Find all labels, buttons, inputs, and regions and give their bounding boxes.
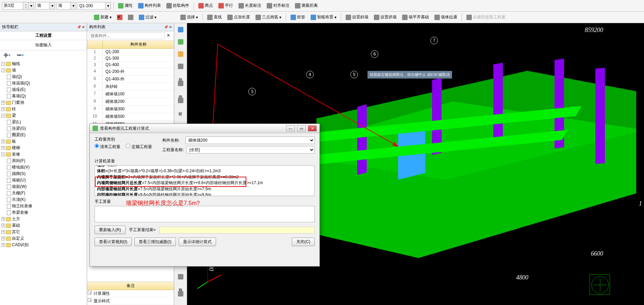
filter-button[interactable]: 过滤▾ <box>137 13 159 21</box>
vtool-2[interactable] <box>176 37 186 47</box>
pick-component-button[interactable]: 拾取构件 <box>164 2 191 10</box>
show-detail-button[interactable]: 显示详细计算式 <box>179 238 216 246</box>
component-row[interactable]: 8砌体墙200 <box>87 98 174 106</box>
qty-name-select[interactable]: [全部] <box>186 146 315 154</box>
tree-add-button[interactable]: ➕▾ <box>1 52 13 59</box>
wall-extend-button[interactable]: 墙体拉通 <box>432 13 459 21</box>
tree-item[interactable]: +CAD识别 <box>1 242 86 248</box>
tree-item[interactable]: +楼梯 <box>1 145 86 151</box>
properties-button[interactable]: 属性 <box>116 2 135 10</box>
tree-item[interactable]: 吊顶(K) <box>1 196 86 203</box>
manual-calc-box[interactable] <box>95 206 315 222</box>
vtool-break[interactable] <box>176 95 186 106</box>
tree-item[interactable]: −装修 <box>1 151 86 158</box>
dialog-titlebar[interactable]: 查看构件图元工程量计算式 — ▭ ✕ <box>90 124 319 133</box>
select-button[interactable]: 选择▾ <box>178 13 200 21</box>
search-clear-button[interactable]: ✕ <box>165 32 172 39</box>
component-row[interactable]: 7砌体墙100 <box>87 91 174 98</box>
arch-wall-button[interactable]: 设置拱墙 <box>372 13 399 21</box>
category-tree[interactable]: −轴线−墙墙(Q)保温墙(Q)墙垛(E)幕墙(Q)+门窗洞+柱−梁梁(L)连梁(… <box>0 60 87 305</box>
tree-item[interactable]: 梁(L) <box>1 119 86 125</box>
tree-item[interactable]: +自定义 <box>1 235 86 242</box>
tree-item[interactable]: −梁 <box>1 112 86 119</box>
component-name-select[interactable]: 砌体墙200 <box>185 137 315 144</box>
list-qty-radio[interactable]: 清单工程量 <box>95 144 120 150</box>
tree-item[interactable]: 天棚(F) <box>1 190 86 196</box>
tree-remove-button[interactable]: ➖▾ <box>15 52 26 59</box>
manual-result-field[interactable] <box>159 227 315 234</box>
tree-item[interactable]: 踢脚(S) <box>1 171 86 177</box>
measure-button[interactable]: 测量距离 <box>293 2 320 10</box>
calc-props-row[interactable]: +计算属性 <box>87 290 174 298</box>
vtool-1[interactable] <box>176 25 186 35</box>
search-input[interactable] <box>89 32 165 39</box>
quota-qty-radio[interactable]: 定额工程量 <box>126 144 152 150</box>
vtool-arc[interactable] <box>176 272 186 282</box>
tree-item[interactable]: +基础 <box>1 222 86 229</box>
tree-item[interactable]: 墙裙(U) <box>1 177 86 183</box>
tree-item[interactable]: +其它 <box>1 229 86 235</box>
align-annotation-button[interactable]: 对齐标注 <box>265 2 292 10</box>
tree-item[interactable]: 圈梁(E) <box>1 132 86 138</box>
tree-item[interactable]: 墙面(W) <box>1 183 86 190</box>
tree-item[interactable]: 连梁(G) <box>1 125 86 132</box>
compass-widget[interactable] <box>590 274 610 295</box>
component-row[interactable]: 9砌体墙300 <box>87 106 174 113</box>
smart-layout-button[interactable]: 智能布置▾ <box>309 13 338 21</box>
tree-item[interactable]: −墙 <box>1 67 86 74</box>
tree-item[interactable]: +板 <box>1 138 86 145</box>
component-row[interactable]: 3Q1-400 <box>87 62 174 68</box>
delete-button[interactable]: ✕ <box>115 14 125 21</box>
tree-item[interactable]: +土方 <box>1 216 86 222</box>
component-row[interactable]: 6灰砂砖 <box>87 83 174 91</box>
close-button[interactable]: ✕ <box>308 125 317 131</box>
tree-item[interactable]: +门窗洞 <box>1 99 86 106</box>
tree-item[interactable]: +柱 <box>1 106 86 112</box>
view-rule-button[interactable]: 查看计算规则(I) <box>95 238 132 246</box>
tree-item[interactable]: 保温墙(Q) <box>1 80 86 86</box>
vtool-trim[interactable] <box>176 78 186 89</box>
length-annotation-button[interactable]: 长度标注 <box>236 2 263 10</box>
component-row[interactable]: 1Q1-200 <box>87 49 174 55</box>
tree-item[interactable]: −轴线 <box>1 61 86 67</box>
three-arc-button[interactable]: 三点画弧▾ <box>253 13 283 21</box>
pin-icon[interactable]: 📌 ✕ <box>164 25 172 29</box>
tree-item[interactable]: 墙(Q) <box>1 74 86 80</box>
maximize-button[interactable]: ▭ <box>297 125 306 131</box>
dialog-close-button[interactable]: 关闭(C) <box>292 238 315 246</box>
vtool-extend[interactable] <box>176 61 186 71</box>
copy-button[interactable] <box>126 14 135 21</box>
component-row[interactable]: 2Q1-300 <box>87 55 174 62</box>
floor-select[interactable]: ⋮▾ <box>2 2 34 10</box>
extract-qty-button[interactable]: 从模型提取工程量 <box>464 13 508 21</box>
draw-input-tab[interactable]: 绘图输入 <box>0 40 87 50</box>
pin-icon[interactable]: 📌 ✕ <box>77 25 85 29</box>
minimize-button[interactable]: — <box>286 125 295 131</box>
component-list-button[interactable]: 构件列表 <box>136 2 163 10</box>
parallel-button[interactable]: 平行 <box>216 2 235 10</box>
new-component-button[interactable]: 新建▾ <box>92 13 114 21</box>
point-length-button[interactable]: 点加长度 <box>225 13 252 21</box>
tree-item[interactable]: 独立柱装修 <box>1 203 86 209</box>
vtool-close[interactable] <box>176 289 186 299</box>
tree-item[interactable]: 单梁装修 <box>1 209 86 216</box>
two-point-button[interactable]: 两点 <box>196 2 215 10</box>
view-3d-button[interactable]: 查看三维扣减图(I) <box>134 238 176 246</box>
component-row[interactable]: 10砌体墙500 <box>87 113 174 121</box>
tree-item[interactable]: 墙垛(E) <box>1 86 86 93</box>
project-settings-tab[interactable]: 工程设置 <box>0 31 87 40</box>
tree-item[interactable]: 楼地面(V) <box>1 164 86 171</box>
tree-item[interactable]: 房间(F) <box>1 158 86 164</box>
component-row[interactable]: 5Q1-400-外 <box>87 76 174 83</box>
component-row[interactable]: 4Q1-200-外 <box>87 68 174 76</box>
display-props-row[interactable]: +显示样式 <box>87 298 174 305</box>
component-select[interactable]: ▾ <box>78 2 111 10</box>
reinput-button[interactable]: 重新输入(R) <box>95 226 126 234</box>
tree-item[interactable]: 幕墙(Q) <box>1 93 86 99</box>
rect-button[interactable]: 矩形 <box>288 13 307 21</box>
category2-select[interactable]: ▾ <box>56 2 76 10</box>
flat-base-button[interactable]: 墙平齐基础 <box>400 13 431 21</box>
category1-select[interactable]: ▾ <box>35 2 55 10</box>
vtool-3[interactable] <box>176 49 186 59</box>
calc-result-box[interactable]: 墙厚=0.2m体积=(3<长度>*3<墙高>*0.2<墙厚>)-0.36<扣梁>… <box>95 165 315 196</box>
